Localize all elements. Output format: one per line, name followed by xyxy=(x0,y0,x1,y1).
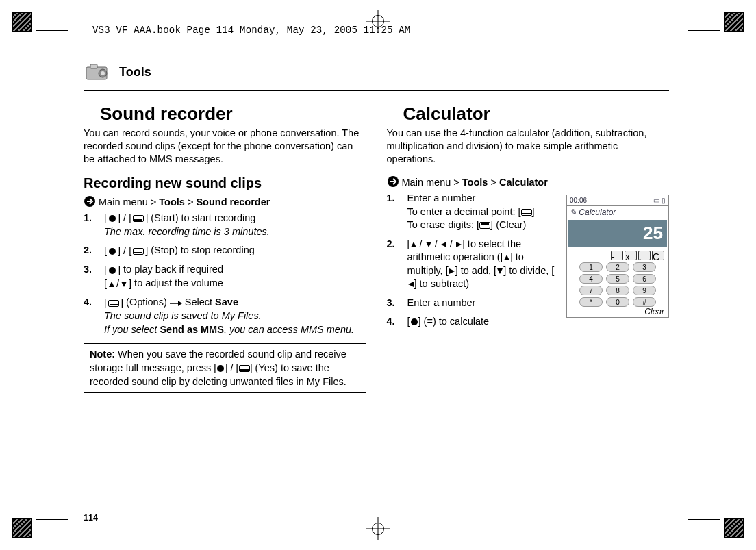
running-head-rule xyxy=(84,40,666,40)
lead-left: You can record sounds, your voice or pho… xyxy=(84,127,366,166)
center-key-icon xyxy=(410,318,418,326)
svg-point-8 xyxy=(109,248,116,255)
svg-point-3 xyxy=(101,71,105,75)
center-key-icon xyxy=(108,214,116,223)
registration-square-tr xyxy=(724,12,744,32)
svg-point-5 xyxy=(109,215,116,222)
calculator-display: 25 xyxy=(568,220,667,247)
content-area: Tools xyxy=(84,62,669,86)
registration-cross-bottom xyxy=(366,517,390,540)
svg-rect-21 xyxy=(480,223,490,229)
crop-mark xyxy=(36,519,68,520)
calculator-keypad: -x.C 123 456 789 *0# xyxy=(567,248,668,310)
left-icon xyxy=(407,281,414,288)
section-title: Tools xyxy=(119,65,151,79)
section-divider xyxy=(84,90,669,91)
page-number: 114 xyxy=(84,513,98,523)
crop-mark xyxy=(66,0,66,33)
svg-point-23 xyxy=(411,318,418,325)
right-icon xyxy=(455,241,462,248)
running-head-rule xyxy=(84,21,666,21)
softkey-icon xyxy=(521,209,532,216)
svg-rect-16 xyxy=(239,365,249,371)
crop-mark xyxy=(690,0,690,33)
center-key-icon xyxy=(216,364,225,373)
camera-icon xyxy=(84,62,114,82)
step: [] / [] (Stop) to stop recording xyxy=(84,244,366,258)
steps-left: [] / [] (Start) to start recording The m… xyxy=(84,212,366,336)
running-head: VS3_VF_AAA.book Page 114 Monday, May 23,… xyxy=(92,25,410,36)
svg-point-11 xyxy=(109,267,116,274)
lead-right: You can use the 4-function calculator (a… xyxy=(387,127,670,166)
crop-mark xyxy=(66,517,66,550)
fig-signal-icon: ▭ ▯ xyxy=(653,197,666,204)
up-icon xyxy=(108,281,115,288)
svg-rect-19 xyxy=(521,209,531,215)
step: Enter a number xyxy=(387,297,560,310)
crop-mark xyxy=(688,519,720,520)
svg-rect-1 xyxy=(90,64,97,68)
step: Enter a number To enter a decimal point:… xyxy=(387,192,560,232)
nav-line-left: Main menu > Tools > Sound recorder xyxy=(84,195,366,208)
softkey-icon xyxy=(479,222,490,229)
step: [] (Options) Select Save The sound clip … xyxy=(84,296,366,336)
up-icon xyxy=(503,254,510,261)
down-icon xyxy=(496,268,503,275)
nav-arrow-icon xyxy=(387,175,399,188)
softkey-icon xyxy=(133,215,144,222)
step: [] / [] (Start) to start recording The m… xyxy=(84,212,366,239)
svg-rect-12 xyxy=(109,300,119,306)
article-title-left: Sound recorder xyxy=(84,104,366,124)
up-icon xyxy=(410,241,417,248)
nav-arrow-icon xyxy=(84,195,96,208)
svg-rect-22 xyxy=(481,223,489,225)
step: [] (=) to calculate xyxy=(387,315,560,329)
down-icon xyxy=(425,241,432,248)
softkey-icon xyxy=(108,300,119,307)
right-icon xyxy=(449,268,455,275)
svg-rect-20 xyxy=(522,213,531,214)
center-key-icon xyxy=(108,266,116,275)
left-icon xyxy=(440,241,447,248)
svg-rect-6 xyxy=(134,216,144,222)
registration-square-tl xyxy=(12,12,32,32)
subheading-left: Recording new sound clips xyxy=(84,175,366,191)
softkey-icon xyxy=(239,365,250,372)
columns: Sound recorder You can record sounds, yo… xyxy=(84,104,669,393)
svg-point-15 xyxy=(217,365,224,372)
left-column: Sound recorder You can record sounds, yo… xyxy=(84,104,366,393)
registration-square-bl xyxy=(12,518,32,538)
crop-mark xyxy=(688,30,720,31)
calculator-screenshot: 00:06▭ ▯ ✎ Calculator 25 -x.C 123 456 78… xyxy=(566,195,669,318)
center-key-icon xyxy=(108,247,116,255)
crop-mark xyxy=(36,30,68,31)
svg-rect-13 xyxy=(110,304,118,305)
arrow-right-icon xyxy=(170,300,182,307)
article-title-right: Calculator xyxy=(387,104,670,124)
svg-rect-9 xyxy=(134,248,144,254)
fig-softkey-clear: Clear xyxy=(567,306,668,317)
softkey-icon xyxy=(133,248,144,255)
note-box: Note: When you save the recorded sound c… xyxy=(84,343,366,393)
registration-square-br xyxy=(724,518,744,538)
right-column: Calculator You can use the 4-function ca… xyxy=(387,104,670,393)
svg-rect-10 xyxy=(134,252,142,253)
crop-mark xyxy=(690,517,690,550)
svg-rect-17 xyxy=(240,369,249,371)
section-header: Tools xyxy=(84,62,669,82)
down-icon xyxy=(121,281,127,288)
step: [ / / / ] to select the arithmetic opera… xyxy=(387,238,560,291)
step: [] to play back if required [ / ] to adj… xyxy=(84,263,366,290)
svg-rect-7 xyxy=(134,219,142,221)
nav-line-right: Main menu > Tools > Calculator xyxy=(387,175,670,188)
